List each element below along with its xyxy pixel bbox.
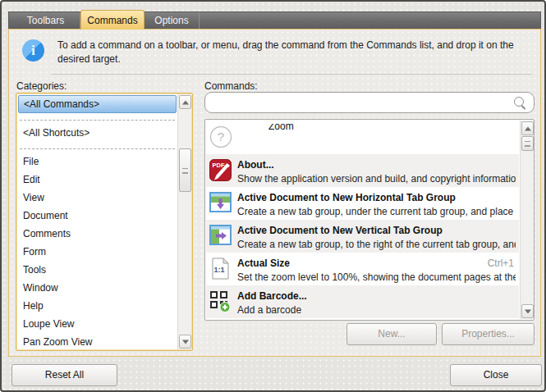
svg-text:?: ? bbox=[218, 130, 224, 144]
new-button[interactable]: New... bbox=[346, 323, 437, 345]
info-icon: i bbox=[22, 39, 44, 62]
command-item[interactable]: Active Document to New Horizontal Tab Gr… bbox=[206, 187, 519, 220]
pdf-logo-icon: PDF bbox=[209, 159, 232, 182]
info-text: To add a command on a toolbar, or menu, … bbox=[57, 39, 534, 66]
command-title: Add Barcode... bbox=[237, 290, 307, 302]
tab-options[interactable]: Options bbox=[145, 12, 200, 30]
command-search-box bbox=[204, 92, 535, 113]
actual-size-icon: 1:1 bbox=[209, 258, 232, 280]
command-description: Create a new tab group, under the curren… bbox=[237, 205, 516, 220]
scroll-up-button[interactable] bbox=[521, 121, 534, 135]
vertical-tab-group-icon bbox=[209, 225, 232, 248]
info-separator bbox=[51, 74, 532, 75]
category-item[interactable]: <All Shortcuts> bbox=[18, 124, 177, 142]
categories-scrollbar[interactable] bbox=[177, 94, 191, 349]
category-item[interactable]: Pan Zoom View bbox=[18, 333, 177, 349]
command-search-input[interactable] bbox=[213, 94, 509, 111]
close-button[interactable]: Close bbox=[450, 364, 542, 386]
properties-button[interactable]: Properties... bbox=[442, 323, 535, 345]
category-item[interactable]: Comments bbox=[18, 225, 177, 243]
search-icon[interactable] bbox=[514, 97, 526, 109]
horizontal-tab-group-icon bbox=[209, 192, 232, 215]
category-item[interactable]: Help bbox=[18, 297, 177, 315]
command-item[interactable]: PDFAbout...Show the application version … bbox=[206, 154, 519, 187]
tab-toolbars[interactable]: Toolbars bbox=[11, 12, 80, 30]
command-item[interactable]: ?Zoom bbox=[206, 121, 519, 154]
category-item[interactable]: Window bbox=[18, 279, 177, 297]
category-item[interactable]: Form bbox=[18, 243, 177, 261]
category-separator bbox=[20, 142, 175, 149]
command-item[interactable]: 1:1Actual SizeCtrl+1Set the zoom level t… bbox=[206, 253, 519, 285]
customize-toolbars-dialog: ToolbarsCommandsOptions i To add a comma… bbox=[0, 0, 546, 392]
categories-label: Categories: bbox=[16, 80, 67, 92]
svg-text:1:1: 1:1 bbox=[213, 266, 224, 274]
reset-all-button[interactable]: Reset All bbox=[11, 364, 117, 386]
command-title: Zoom bbox=[268, 124, 294, 134]
scroll-down-button[interactable] bbox=[521, 304, 534, 318]
scroll-up-button[interactable] bbox=[179, 95, 191, 109]
commands-list: ?ZoomPDFAbout...Show the application ver… bbox=[204, 119, 535, 321]
category-item[interactable]: Edit bbox=[18, 171, 177, 189]
category-item[interactable]: Document bbox=[18, 207, 177, 225]
category-item[interactable]: View bbox=[18, 189, 177, 207]
tab-bar: ToolbarsCommandsOptions bbox=[8, 11, 541, 29]
scroll-thumb[interactable] bbox=[179, 148, 191, 192]
command-description: Set the zoom level to 100%, showing the … bbox=[237, 271, 516, 285]
category-item[interactable]: <All Commands> bbox=[18, 95, 177, 113]
scroll-down-button[interactable] bbox=[179, 335, 191, 349]
question-circle-icon: ? bbox=[209, 125, 232, 148]
categories-list: <All Commands><All Shortcuts>FileEditVie… bbox=[16, 93, 193, 351]
category-separator bbox=[20, 113, 175, 121]
category-item[interactable]: Loupe View bbox=[18, 315, 177, 333]
tab-commands[interactable]: Commands bbox=[80, 10, 145, 30]
barcode-add-icon bbox=[209, 290, 232, 313]
command-description: Show the application version and build, … bbox=[237, 172, 516, 187]
command-item[interactable]: Add Barcode...Add a barcode bbox=[206, 285, 519, 318]
command-title: Active Document to New Horizontal Tab Gr… bbox=[237, 192, 456, 203]
scroll-thumb[interactable] bbox=[521, 136, 534, 151]
commands-scrollbar[interactable] bbox=[520, 121, 534, 319]
command-title: About... bbox=[237, 159, 274, 171]
commands-label: Commands: bbox=[204, 80, 258, 92]
category-item[interactable]: File bbox=[18, 153, 177, 171]
command-title: Actual Size bbox=[237, 258, 290, 269]
command-description: Add a barcode bbox=[237, 303, 516, 318]
command-item[interactable]: Active Document to New Vertical Tab Grou… bbox=[206, 220, 519, 253]
command-description: Create a new tab group, to the right of … bbox=[237, 238, 516, 253]
category-item[interactable]: Tools bbox=[18, 261, 177, 279]
command-title: Active Document to New Vertical Tab Grou… bbox=[237, 225, 443, 236]
command-shortcut: Ctrl+1 bbox=[488, 256, 514, 271]
